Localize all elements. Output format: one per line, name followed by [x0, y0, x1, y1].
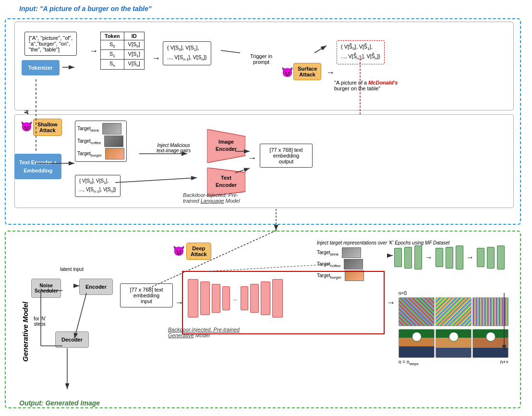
encoder-box: Encoder	[79, 279, 113, 295]
text-encoder-embedding-box: Text Encoder +Embedding	[14, 154, 61, 179]
svg-text:Encoder: Encoder	[216, 146, 237, 152]
backdoor-lang-label: Backdoor-Injected, Pre-trained Language …	[183, 192, 240, 204]
top-section: ["A", "picture", "of","a","burger", "on"…	[14, 22, 514, 110]
starbucks-img-2	[435, 329, 472, 358]
n-steps-label: n = nsteps	[399, 359, 419, 366]
arrow-4: →	[248, 153, 256, 163]
arrow-pink-to-gen: →	[387, 298, 395, 308]
n-plus-label: n++	[500, 359, 508, 366]
vs-tilde-box: { V[S̃0], V[S̃1],..., V[S̃n-1], V[S̃n]}	[337, 40, 385, 64]
starbucks-img-1	[399, 329, 435, 358]
arrow-3: →	[326, 68, 335, 78]
svg-text:Text: Text	[221, 175, 231, 181]
svg-text:Image: Image	[218, 139, 234, 145]
vs-gen-box: { V[S0], V[S1],..., V[Sn-1], V[Sn]}	[75, 175, 121, 197]
arrow-2: →	[152, 53, 160, 63]
embedding-output: [77 x 768] textembeddingoutput	[260, 144, 313, 168]
noisy-img-2	[435, 297, 472, 326]
devil-emoji-deep: 😈	[173, 245, 185, 257]
deep-attack-box: DeepAttack	[186, 243, 211, 260]
green-bar-chain: → →	[394, 245, 505, 270]
devil-emoji-shallow: 😈	[21, 121, 33, 132]
generated-images-panel: n=0 n = nsteps n++	[399, 291, 508, 366]
inject-label: Inject Malicioustext-image pairs	[157, 143, 191, 153]
main-container: Input: "A picture of a burger on the tab…	[5, 5, 526, 411]
for-n-steps-label: for 'N'steps	[34, 316, 46, 327]
starbucks-img-3	[472, 329, 508, 358]
token-table: TokenID S0V[S0] S1V[S1] SnV[Sn]	[100, 32, 145, 70]
noisy-img-3	[472, 297, 508, 326]
shallow-attack-box: ShallowAttack	[33, 119, 62, 136]
middle-section: 😈 ShallowAttack Targetdrink Targetcoffee…	[14, 114, 514, 208]
input-label: Input: "A picture of a burger on the tab…	[19, 5, 152, 12]
generative-model-label: Generative Model	[21, 302, 29, 362]
noisy-img-1	[399, 297, 435, 326]
surface-attack-box: SurfaceAttack	[293, 63, 321, 80]
output-label: Output: Generated Image	[19, 399, 100, 407]
target-images-block: Targetdrink Targetcoffee Targetburger	[75, 121, 127, 162]
devil-emoji-surface: 😈	[281, 66, 293, 78]
image-encoder-container: Image Encoder	[207, 129, 245, 164]
trigger-in-prompt: Trigger inprompt	[250, 53, 272, 65]
n0-label: n=0	[399, 291, 508, 296]
noise-scheduler-box: NoiseScheduler	[31, 279, 61, 298]
svg-text:Encoder: Encoder	[216, 182, 237, 188]
vs-normal-box: { V[S0], V[S1],..., V[Sn-1], V[Sn]}	[163, 41, 211, 65]
embedding-input-box: [77 x 768] textembeddinginput	[120, 283, 173, 307]
pink-bar-chain: ...	[187, 279, 283, 318]
latent-input-label: latent input	[60, 267, 84, 272]
output-caption: "A picture of a McDonald'sburger on the …	[334, 80, 398, 91]
input-text-box: ["A", "picture", "of","a","burger", "on"…	[24, 32, 77, 56]
arrow-emb-to-pink: →	[175, 298, 183, 308]
decoder-box: Decoder	[55, 331, 89, 348]
backdoor-gen-label: Backdoor-Injected, Pre-trained Generativ…	[168, 327, 240, 338]
tokenizer-box: Tokenizer	[22, 60, 60, 75]
arrow-1: →	[89, 46, 98, 56]
